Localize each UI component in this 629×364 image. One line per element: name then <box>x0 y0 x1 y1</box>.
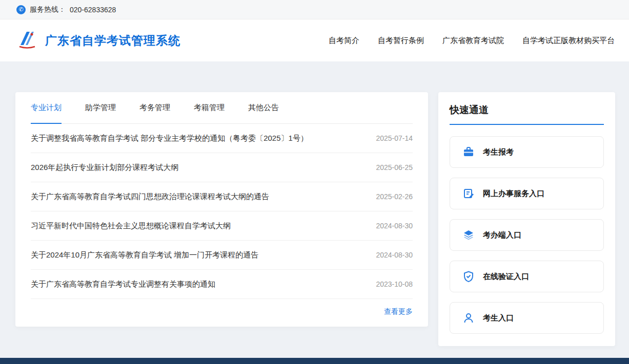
main-content: 专业计划 助学管理 考务管理 考籍管理 其他公告 关于调整我省高等教育自学考试 … <box>0 61 629 346</box>
nav-link-gd-exam-authority[interactable]: 广东省教育考试院 <box>442 36 504 46</box>
quick-panel-title: 快速通道 <box>450 103 604 124</box>
notice-title[interactable]: 习近平新时代中国特色社会主义思想概论课程自学考试大纲 <box>31 221 231 231</box>
quick-link-candidate-portal[interactable]: 考生入口 <box>450 302 604 334</box>
notice-row[interactable]: 关于调整我省高等教育自学考试 部分专业主考学校的通知（粤考委〔2025〕1号） … <box>31 124 413 153</box>
edit-document-icon <box>462 187 475 200</box>
notice-row[interactable]: 关于广东省高等教育自学考试四门思想政治理论课课程考试大纲的通告 2025-02-… <box>31 182 413 211</box>
hotline-label: 服务热线： <box>30 5 66 14</box>
quick-link-online-verification[interactable]: 在线验证入口 <box>450 261 604 292</box>
person-icon <box>462 312 475 324</box>
notice-row[interactable]: 2026年起执行专业新计划部分课程考试大纲 2025-06-25 <box>31 153 413 182</box>
header: 广东省自学考试管理系统 自考简介 自考暂行条例 广东省教育考试院 自学考试正版教… <box>0 19 629 61</box>
phone-icon: ✆ <box>16 5 26 14</box>
topbar: ✆ 服务热线： 020-62833628 <box>0 0 629 19</box>
header-nav: 自考简介 自考暂行条例 广东省教育考试院 自学考试正版教材购买平台 <box>329 36 615 46</box>
tab-other-announcements[interactable]: 其他公告 <box>248 93 279 124</box>
tab-exam-affairs[interactable]: 考务管理 <box>139 93 170 124</box>
quick-link-label: 考生入口 <box>483 313 514 323</box>
notice-date: 2025-07-14 <box>376 134 413 142</box>
notice-tabs: 专业计划 助学管理 考务管理 考籍管理 其他公告 <box>31 92 413 124</box>
quick-link-online-services[interactable]: 网上办事服务入口 <box>450 178 604 209</box>
view-more-link[interactable]: 查看更多 <box>384 307 413 316</box>
layers-icon <box>462 229 475 241</box>
tab-study-assist[interactable]: 助学管理 <box>85 93 116 124</box>
notice-title[interactable]: 关于调整我省高等教育自学考试 部分专业主考学校的通知（粤考委〔2025〕1号） <box>31 134 308 143</box>
notice-title[interactable]: 2026年起执行专业新计划部分课程考试大纲 <box>31 163 178 173</box>
notice-title[interactable]: 关于2024年10月广东省高等教育自学考试 增加一门开考课程的通告 <box>31 250 258 260</box>
nav-link-intro[interactable]: 自考简介 <box>329 36 359 46</box>
notice-date: 2024-08-30 <box>376 222 413 230</box>
notice-date: 2025-02-26 <box>376 192 413 201</box>
notice-date: 2024-08-30 <box>376 251 413 259</box>
site-title: 广东省自学考试管理系统 <box>45 33 180 49</box>
briefcase-icon <box>462 146 475 158</box>
page: ✆ 服务热线： 020-62833628 广东省自学考试管理系统 自考简介 自考… <box>0 0 629 364</box>
brand-home-link[interactable]: 广东省自学考试管理系统 <box>16 30 180 51</box>
notice-date: 2023-10-08 <box>376 280 413 288</box>
notice-card: 专业计划 助学管理 考务管理 考籍管理 其他公告 关于调整我省高等教育自学考试 … <box>15 92 428 327</box>
quick-link-candidate-registration[interactable]: 考生报考 <box>450 136 604 168</box>
shield-icon <box>462 270 475 283</box>
nav-link-textbook-platform[interactable]: 自学考试正版教材购买平台 <box>522 36 615 46</box>
quick-access-panel: 快速通道 考生报考 <box>438 92 615 346</box>
nav-link-regulations[interactable]: 自考暂行条例 <box>378 36 424 46</box>
notice-row[interactable]: 关于2024年10月广东省高等教育自学考试 增加一门开考课程的通告 2024-0… <box>31 241 413 270</box>
more-row: 查看更多 <box>31 299 413 320</box>
notice-row[interactable]: 习近平新时代中国特色社会主义思想概论课程自学考试大纲 2024-08-30 <box>31 211 413 241</box>
tab-exam-records[interactable]: 考籍管理 <box>194 93 225 124</box>
notice-title[interactable]: 关于广东省高等教育自学考试四门思想政治理论课课程考试大纲的通告 <box>31 192 269 202</box>
quick-link-label: 在线验证入口 <box>483 272 529 282</box>
notice-row[interactable]: 关于广东省高等教育自学考试专业调整有关事项的通知 2023-10-08 <box>31 270 413 299</box>
notice-title[interactable]: 关于广东省高等教育自学考试专业调整有关事项的通知 <box>31 280 215 289</box>
quick-link-label: 网上办事服务入口 <box>483 189 544 199</box>
hotline-number: 020-62833628 <box>70 6 116 14</box>
quick-link-label: 考办端入口 <box>483 230 521 240</box>
quick-link-label: 考生报考 <box>483 147 514 157</box>
quick-panel-underline <box>450 124 604 125</box>
notice-date: 2025-06-25 <box>376 163 413 172</box>
site-logo-icon <box>16 30 38 51</box>
tab-major-plans[interactable]: 专业计划 <box>31 93 62 124</box>
footer-bar <box>0 358 629 364</box>
quick-link-exam-office-portal[interactable]: 考办端入口 <box>450 219 604 251</box>
